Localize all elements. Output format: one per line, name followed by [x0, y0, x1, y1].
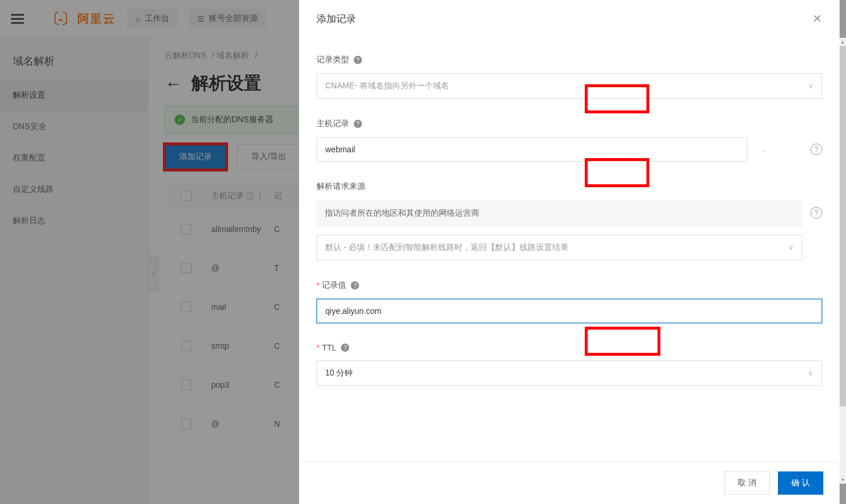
close-icon[interactable]: ✕	[812, 12, 822, 26]
line-select[interactable]: 默认 - 必填！未匹配到智能解析线路时，返回【默认】线路设置结果 ∨	[317, 235, 802, 260]
confirm-button[interactable]: 确 认	[778, 471, 823, 495]
drawer-title: 添加记录	[317, 12, 356, 26]
help-icon[interactable]: ?	[341, 344, 349, 352]
scroll-thumb[interactable]	[840, 46, 846, 406]
host-record-input[interactable]	[317, 137, 747, 162]
scrollbar[interactable]: ▴	[840, 38, 846, 484]
add-record-drawer: 添加记录 ✕ 记录类型? CNAME- 将域名指向另外一个域名 ∨ 主机记录? …	[299, 0, 840, 504]
scroll-down-icon[interactable]: ▾	[840, 476, 846, 484]
cancel-button[interactable]: 取 消	[724, 471, 770, 495]
chevron-down-icon: ∨	[808, 369, 813, 377]
help-icon[interactable]: ?	[351, 281, 359, 289]
help-icon[interactable]: ?	[354, 120, 362, 128]
record-value-input[interactable]	[317, 299, 822, 323]
chevron-down-icon: ∨	[808, 82, 813, 90]
host-suffix: .	[762, 144, 772, 153]
record-type-select[interactable]: CNAME- 将域名指向另外一个域名 ∨	[317, 73, 822, 99]
ttl-select[interactable]: 10 分钟 ∨	[317, 360, 822, 386]
help-icon[interactable]: ?	[354, 56, 362, 64]
chevron-down-icon: ∨	[788, 244, 794, 252]
scroll-up-icon[interactable]: ▴	[840, 38, 846, 46]
line-description: 指访问者所在的地区和其使用的网络运营商	[317, 200, 802, 227]
help-icon[interactable]: ?	[811, 207, 822, 219]
help-icon[interactable]: ?	[811, 144, 822, 155]
